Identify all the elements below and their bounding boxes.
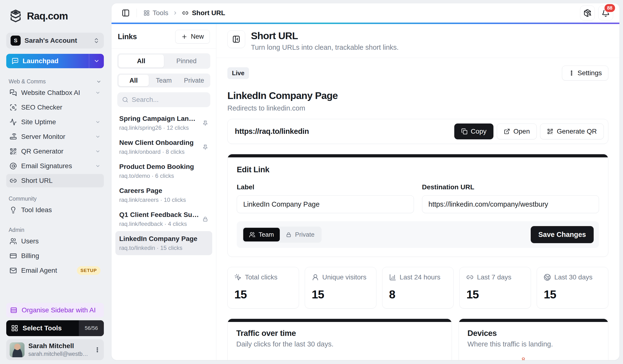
list-item[interactable]: Careers Page raq.link/careers · 10 click… [115,183,212,207]
list-item[interactable]: Q1 Client Feedback Survey raq.link/feedb… [115,207,212,231]
new-link-button[interactable]: New [175,30,210,43]
breadcrumb-tools[interactable]: Tools [143,9,168,17]
label-field[interactable] [237,195,414,213]
sidebar-item-label: Users [21,237,100,245]
stat-label: Total clicks [245,273,277,281]
visibility-private-option[interactable]: Private [280,228,320,241]
sidebar-item-label: QR Generator [21,148,91,155]
links-header: Links New [111,24,216,48]
launchpad-main[interactable]: Launchpad [6,54,89,68]
list-item[interactable]: Product Demo Booking raq.to/demo · 6 cli… [115,159,212,183]
select-tools-button[interactable]: Select Tools 56/56 [6,320,104,336]
settings-label: Settings [578,69,602,77]
stat-header: Last 24 hours [389,273,447,281]
chart-card-accent [459,319,608,322]
section-label: Web & Comms [9,78,46,85]
select-tools-main[interactable]: Select Tools [6,320,79,336]
search-box[interactable] [117,92,210,107]
sidebar-item-seo-checker[interactable]: SEO Checker [6,101,104,114]
link-meta: raq.link/feedback · 4 clicks [119,221,199,227]
stat-header: Total clicks [234,273,292,281]
setup-badge: SETUP [77,266,100,275]
kebab-menu-icon[interactable] [94,347,100,353]
new-link-label: New [191,33,204,40]
package-search-button[interactable] [580,5,595,21]
tab-pinned[interactable]: Pinned [164,55,209,67]
stat-card-last-30-days: Last 30 days 15 [537,267,608,308]
tab-scope-team[interactable]: Team [149,75,179,86]
status-row: Live Settings [227,65,608,81]
charts-row: Traffic over time Daily clicks for the l… [227,319,608,360]
sidebar-item-qr-generator[interactable]: QR Generator [6,145,104,158]
stat-header: Unique visitors [312,273,369,281]
generate-qr-button[interactable]: Generate QR [540,124,604,139]
list-item-selected[interactable]: LinkedIn Company Page raq.to/linkedin · … [115,231,212,255]
chevron-down-icon [96,79,101,84]
sidebar-item-users[interactable]: Users [6,235,104,248]
sidebar-item-website-chatbox-ai[interactable]: Website Chatbox AI [6,86,104,100]
sidebar-item-server-monitor[interactable]: Server Monitor [6,130,104,143]
link-meta: raq.to/demo · 6 clicks [119,172,208,179]
team-label: Team [259,231,274,238]
sidebar-item-billing[interactable]: Billing [6,249,104,263]
list-item-text: LinkedIn Company Page raq.to/linkedin · … [119,235,208,251]
lock-icon [286,232,292,238]
section-admin: Admin [6,227,104,233]
organise-label: Organise Sidebar with AI [22,306,96,314]
chevron-down-icon [95,134,100,139]
save-changes-button[interactable]: Save Changes [531,226,594,243]
section-label: Community [9,195,37,202]
account-switcher[interactable]: S Sarah's Account [6,33,104,48]
links-panel: Links New All Pinned All Team Private [111,24,216,360]
settings-button[interactable]: Settings [562,65,608,81]
list-item-text: Spring Campaign Landing P... raq.link/sp… [119,115,199,131]
profile-card[interactable]: Sarah Mitchell sarah.mitchell@westbur... [6,339,104,360]
section-web-comms[interactable]: Web & Comms [6,78,104,85]
url-actions: Copy Open Generate QR [454,124,604,139]
tab-all[interactable]: All [118,55,164,67]
links-panel-title: Links [118,32,137,41]
breadcrumb-current: Short URL [182,9,225,17]
sidebar-toggle-button[interactable] [122,9,130,17]
topbar: Tools Short URL 88 [111,3,619,22]
lock-icon [202,216,208,222]
open-button[interactable]: Open [497,124,537,139]
edit-card-body: Edit Link Label Destination URL [228,157,608,257]
users-icon [10,238,17,245]
kebab-menu-icon [568,70,575,76]
destination-field-label: Destination URL [422,183,599,191]
sidebar-item-email-agent[interactable]: Email Agent SETUP [6,264,104,277]
link-heading: LinkedIn Company Page [227,90,608,101]
launchpad-button[interactable]: Launchpad [6,54,104,68]
link-icon [182,10,188,16]
sidebar-item-short-url[interactable]: Short URL [6,174,104,187]
organise-sidebar-ai-button[interactable]: Organise Sidebar with AI [6,303,104,317]
qr-code-icon [10,148,17,155]
panel-left-icon [122,9,130,17]
stat-value: 15 [466,288,524,301]
copy-button[interactable]: Copy [454,124,493,139]
section-community: Community [6,195,104,202]
destination-url-field[interactable] [422,195,599,213]
list-item[interactable]: Spring Campaign Landing P... raq.link/sp… [115,111,212,135]
tab-scope-all[interactable]: All [118,75,149,86]
tab-scope-private[interactable]: Private [179,75,209,86]
search-input[interactable] [132,96,219,104]
chart-card-accent [228,319,452,322]
sidebar-item-tool-ideas[interactable]: Tool Ideas [6,203,104,217]
select-tools-count: 56/56 [79,320,104,336]
launchpad-caret[interactable] [89,54,104,68]
sidebar-item-site-uptime[interactable]: Site Uptime [6,115,104,129]
list-item[interactable]: New Client Onboarding raq.link/onboard ·… [115,135,212,159]
sidebar-item-label: Billing [21,252,100,260]
visibility-team-option[interactable]: Team [243,228,280,241]
traffic-chart-body: Traffic over time Daily clicks for the l… [228,322,452,360]
link-meta: raq.link/careers · 10 clicks [119,196,208,203]
chevron-down-icon [95,163,100,169]
tool-header-text: Short URL Turn long URLs into clean, tra… [251,30,399,51]
sidebar-item-label: Email Agent [21,267,73,274]
sidebar-item-email-signatures[interactable]: Email Signatures [6,159,104,173]
chart-title: Devices [467,329,600,338]
notifications-button[interactable]: 88 [598,5,613,21]
page-subtitle: Turn long URLs into clean, trackable sho… [251,43,399,51]
